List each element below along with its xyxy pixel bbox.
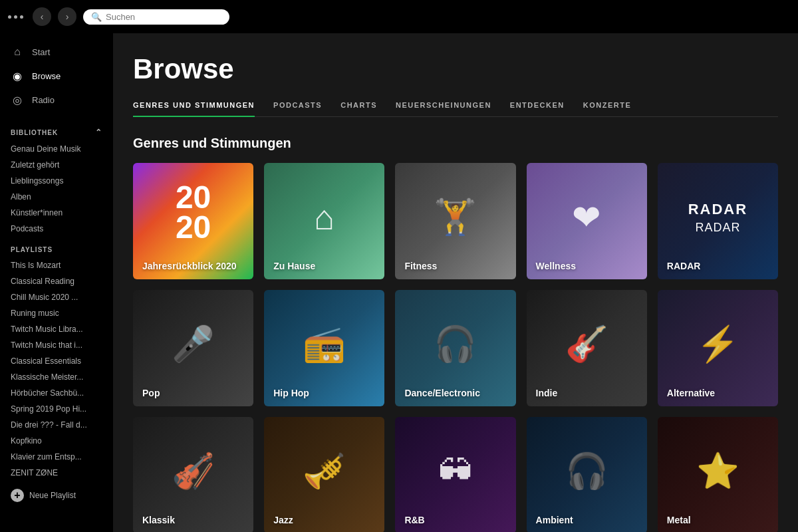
genre-card-hiphop[interactable]: 📻Hip Hop <box>264 290 384 406</box>
genre-card-zuhause[interactable]: ⌂Zu Hause <box>264 163 384 279</box>
tabs-bar: GENRES UND STIMMUNGENPODCASTSCHARTSNEUER… <box>133 101 778 117</box>
genre-label-zuhause: Zu Hause <box>273 261 315 271</box>
sidebar-playlist-item[interactable]: Twitch Music Libra... <box>0 321 113 337</box>
search-icon: 🔍 <box>91 12 102 22</box>
genre-icon-dance: 🎧 <box>434 324 477 364</box>
genre-card-wellness[interactable]: ❤Wellness <box>527 163 647 279</box>
tab-podcasts[interactable]: PODCASTS <box>273 101 322 117</box>
app-layout: ⌂Start◉Browse◎Radio BIBLIOTHEK ⌃ Genau D… <box>0 33 798 532</box>
sidebar-bibliothek-item[interactable]: Zuletzt gehört <box>0 157 113 173</box>
sidebar-playlist-item[interactable]: Runing music <box>0 305 113 321</box>
genre-label-rb: R&B <box>404 515 424 525</box>
genre-icon-indie: 🎸 <box>565 324 608 364</box>
sidebar-item-start[interactable]: ⌂Start <box>0 40 113 64</box>
bibliothek-list: Genau Deine MusikZuletzt gehörtLieblings… <box>0 141 113 237</box>
sidebar-playlist-item[interactable]: Spring 2019 Pop Hi... <box>0 401 113 417</box>
genre-card-jazz[interactable]: 🎺Jazz <box>264 417 384 532</box>
genre-card-jahres[interactable]: 2020Jahresrückblick 2020 <box>133 163 253 279</box>
sidebar-playlist-item[interactable]: Classical Reading <box>0 273 113 289</box>
genre-label-radar: RADAR <box>667 261 701 271</box>
genre-label-pop: Pop <box>142 388 160 398</box>
genre-label-hiphop: Hip Hop <box>273 388 309 398</box>
tab-genres[interactable]: GENRES UND STIMMUNGEN <box>133 101 255 117</box>
genre-label-indie: Indie <box>536 388 558 398</box>
nav-icon-start: ⌂ <box>11 45 24 59</box>
search-bar[interactable]: 🔍 <box>83 9 229 25</box>
sidebar-playlist-item[interactable]: Hörbücher Sachbü... <box>0 385 113 401</box>
genre-icon-ambient: 🎧 <box>565 451 608 491</box>
genre-card-indie[interactable]: 🎸Indie <box>527 290 647 406</box>
sidebar-playlist-item[interactable]: This Is Mozart <box>0 257 113 273</box>
back-button[interactable]: ‹ <box>33 7 51 26</box>
sidebar-playlist-item[interactable]: Chill Music 2020 ... <box>0 289 113 305</box>
genre-label-fitness: Fitness <box>404 261 437 271</box>
genre-label-alternative: Alternative <box>667 388 715 398</box>
jahres-year-text: 2020 <box>176 182 211 242</box>
genre-label-jahres: Jahresrückblick 2020 <box>142 261 237 271</box>
more-options-icon[interactable] <box>8 15 23 19</box>
topbar: ‹ › 🔍 <box>0 0 798 33</box>
genre-icon-jazz: 🎺 <box>303 451 346 491</box>
genre-card-alternative[interactable]: ⚡Alternative <box>658 290 778 406</box>
playlists-header: PLAYLISTS <box>0 237 113 257</box>
genre-grid: 2020Jahresrückblick 2020⌂Zu Hause🏋Fitnes… <box>133 163 778 532</box>
section-title: Genres und Stimmungen <box>133 136 778 151</box>
sidebar-playlist-item[interactable]: ZENIT ZØNE <box>0 465 113 481</box>
genre-label-metal: Metal <box>667 515 691 525</box>
sidebar-item-browse[interactable]: ◉Browse <box>0 64 113 88</box>
nav-icon-radio: ◎ <box>11 93 24 106</box>
sidebar-nav: ⌂Start◉Browse◎Radio <box>0 33 113 118</box>
genre-card-fitness[interactable]: 🏋Fitness <box>395 163 515 279</box>
nav-icon-browse: ◉ <box>11 69 24 82</box>
sidebar: ⌂Start◉Browse◎Radio BIBLIOTHEK ⌃ Genau D… <box>0 33 113 532</box>
genre-icon-metal: ⭐ <box>696 451 739 491</box>
genre-icon-alternative: ⚡ <box>696 324 739 364</box>
tab-neuerscheinungen[interactable]: NEUERSCHEINUNGEN <box>396 101 491 117</box>
genre-card-radar[interactable]: RADARRADARRADAR <box>658 163 778 279</box>
search-input[interactable] <box>106 12 221 22</box>
genre-label-ambient: Ambient <box>536 515 573 525</box>
radar-text: RADARRADAR <box>688 200 747 235</box>
genre-card-pop[interactable]: 🎤Pop <box>133 290 253 406</box>
playlists-list: This Is MozartClassical ReadingChill Mus… <box>0 257 113 481</box>
genre-label-dance: Dance/Electronic <box>404 388 480 398</box>
plus-icon: + <box>11 489 24 502</box>
sidebar-bibliothek-item[interactable]: Lieblingssongs <box>0 173 113 189</box>
genre-label-wellness: Wellness <box>536 261 576 271</box>
sidebar-bibliothek-item[interactable]: Genau Deine Musik <box>0 141 113 157</box>
nav-label-radio: Radio <box>32 95 55 105</box>
genre-icon-fitness: 🏋 <box>434 197 477 237</box>
genre-icon-klassik: 🎻 <box>172 451 215 491</box>
genre-icon-zuhause: ⌂ <box>314 198 334 237</box>
genre-card-rb[interactable]: 🕶R&B <box>395 417 515 532</box>
genre-label-klassik: Klassik <box>142 515 175 525</box>
nav-label-browse: Browse <box>32 71 61 81</box>
new-playlist-label: Neue Playlist <box>29 491 76 500</box>
sidebar-playlist-item[interactable]: Classical Essentials <box>0 353 113 369</box>
genre-icon-wellness: ❤ <box>572 198 601 237</box>
main-content: Browse GENRES UND STIMMUNGENPODCASTSCHAR… <box>113 33 798 532</box>
sidebar-playlist-item[interactable]: Twitch Music that i... <box>0 337 113 353</box>
sidebar-playlist-item[interactable]: Die drei ??? - Fall d... <box>0 417 113 433</box>
genre-label-jazz: Jazz <box>273 515 293 525</box>
sidebar-item-radio[interactable]: ◎Radio <box>0 88 113 112</box>
sidebar-bibliothek-item[interactable]: Alben <box>0 189 113 205</box>
sidebar-bibliothek-item[interactable]: Künstler*innen <box>0 205 113 221</box>
genre-icon-hiphop: 📻 <box>303 324 346 364</box>
genre-card-dance[interactable]: 🎧Dance/Electronic <box>395 290 515 406</box>
genre-card-klassik[interactable]: 🎻Klassik <box>133 417 253 532</box>
tab-konzerte[interactable]: KONZERTE <box>583 101 632 117</box>
sidebar-playlist-item[interactable]: Klassische Meister... <box>0 369 113 385</box>
sidebar-bibliothek-item[interactable]: Podcasts <box>0 221 113 237</box>
bibliothek-header: BIBLIOTHEK ⌃ <box>0 118 113 141</box>
genre-icon-rb: 🕶 <box>438 452 473 491</box>
new-playlist-button[interactable]: + Neue Playlist <box>0 483 113 507</box>
genre-card-ambient[interactable]: 🎧Ambient <box>527 417 647 532</box>
genre-card-metal[interactable]: ⭐Metal <box>658 417 778 532</box>
forward-button[interactable]: › <box>58 7 76 26</box>
tab-entdecken[interactable]: ENTDECKEN <box>510 101 565 117</box>
bibliothek-collapse-button[interactable]: ⌃ <box>95 128 102 137</box>
sidebar-playlist-item[interactable]: Klavier zum Entsp... <box>0 449 113 465</box>
tab-charts[interactable]: CHARTS <box>340 101 377 117</box>
sidebar-playlist-item[interactable]: Kopfkino <box>0 433 113 449</box>
